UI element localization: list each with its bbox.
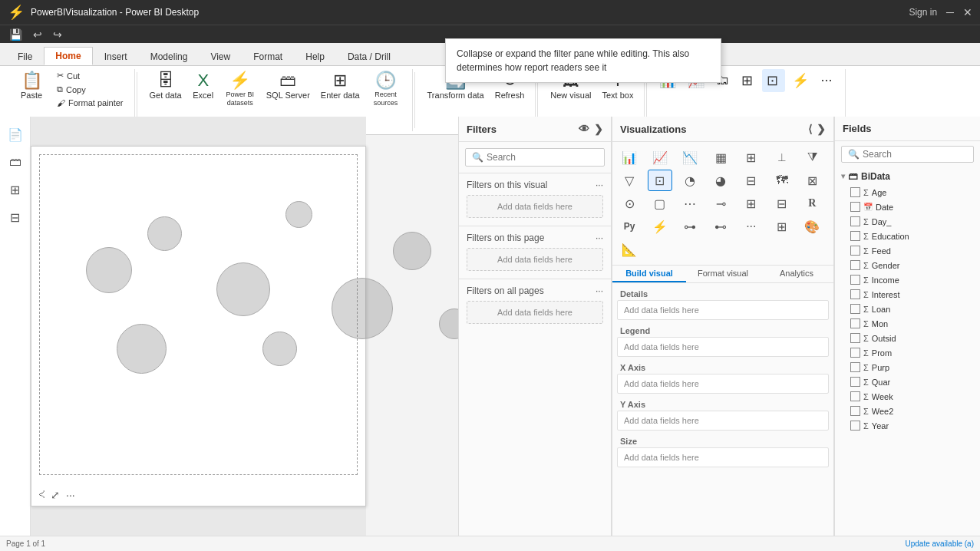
field-gender-checkbox[interactable] bbox=[850, 260, 860, 270]
filled-map-viz-btn[interactable]: ⊠ bbox=[800, 170, 824, 191]
fields-table-bidata[interactable]: ▾ 🗃 BiData bbox=[835, 167, 980, 185]
funnel-viz-btn[interactable]: ▽ bbox=[617, 170, 642, 191]
build-visual-btn[interactable]: ⊞ bbox=[770, 216, 794, 237]
fields-search-input[interactable] bbox=[863, 149, 967, 160]
tab-help[interactable]: Help bbox=[294, 48, 336, 65]
legend-drop-area[interactable]: Add data fields here bbox=[617, 337, 829, 357]
matrix-button[interactable]: ⊞ bbox=[737, 69, 760, 92]
viz-pane-expand-icon[interactable]: ⟨ bbox=[808, 123, 812, 135]
excel-button[interactable]: X Excel bbox=[188, 69, 219, 103]
cut-button[interactable]: ✂ Cut bbox=[52, 69, 128, 82]
sql-server-button[interactable]: 🗃 SQL Server bbox=[262, 69, 315, 103]
format-visual-tab[interactable]: Format visual bbox=[686, 266, 760, 282]
field-quar[interactable]: Σ Quar bbox=[835, 374, 980, 389]
column-viz-btn[interactable]: ▦ bbox=[708, 147, 733, 168]
field-income-checkbox[interactable] bbox=[850, 275, 860, 285]
map-viz-btn[interactable]: 🗺 bbox=[770, 170, 794, 191]
dax-query-view-button[interactable]: ⊟ bbox=[2, 204, 28, 230]
filter-all-drop-area[interactable]: Add data fields here bbox=[467, 301, 603, 324]
filter-all-more-icon[interactable]: ··· bbox=[596, 285, 603, 296]
field-purp[interactable]: Σ Purp bbox=[835, 360, 980, 374]
clustered-bar-viz-btn[interactable]: 📈 bbox=[648, 147, 672, 168]
field-day[interactable]: Σ Day_ bbox=[835, 214, 980, 229]
tab-home[interactable]: Home bbox=[44, 47, 92, 65]
close-button[interactable]: ✕ bbox=[963, 6, 972, 18]
field-interest[interactable]: Σ Interest bbox=[835, 287, 980, 302]
format-painter-button[interactable]: 🖌 Format painter bbox=[52, 97, 128, 109]
copy-button[interactable]: ⧉ Copy bbox=[52, 83, 128, 96]
field-age-checkbox[interactable] bbox=[850, 187, 860, 197]
stacked-bar-h-viz-btn[interactable]: 📉 bbox=[678, 147, 702, 168]
more-visuals-btn[interactable]: ··· bbox=[739, 216, 764, 237]
field-income[interactable]: Σ Income bbox=[835, 272, 980, 287]
smart-narrative-btn[interactable]: ⊷ bbox=[708, 216, 733, 237]
decomp-tree-btn[interactable]: ⊶ bbox=[678, 216, 702, 237]
x-axis-drop-area[interactable]: Add data fields here bbox=[617, 374, 829, 394]
field-loan-checkbox[interactable] bbox=[850, 304, 860, 314]
canvas-page[interactable]: ⧼ ⤢ ··· bbox=[31, 146, 366, 506]
field-outsid-checkbox[interactable] bbox=[850, 333, 860, 343]
field-prom-checkbox[interactable] bbox=[850, 348, 860, 358]
waterfall-viz-btn[interactable]: ⧩ bbox=[800, 147, 824, 168]
pie-viz-btn[interactable]: ◔ bbox=[678, 170, 702, 191]
fields-search-box[interactable]: 🔍 bbox=[841, 146, 974, 163]
field-mon-checkbox[interactable] bbox=[850, 318, 860, 328]
filter-on-visual-header[interactable]: Filters on this visual ··· bbox=[467, 178, 603, 192]
details-drop-area[interactable]: Add data fields here bbox=[617, 300, 829, 320]
field-week-checkbox[interactable] bbox=[850, 391, 860, 401]
viz-pane-more-icon[interactable]: ❯ bbox=[817, 123, 826, 135]
format-visual-btn[interactable]: 🎨 bbox=[800, 216, 824, 237]
field-quar-checkbox[interactable] bbox=[850, 377, 860, 387]
field-loan[interactable]: Σ Loan bbox=[835, 302, 980, 316]
status-update[interactable]: Update available (a) bbox=[906, 539, 975, 548]
field-year-checkbox[interactable] bbox=[850, 421, 860, 431]
model-view-button[interactable]: ⊞ bbox=[2, 177, 28, 203]
field-mon[interactable]: Σ Mon bbox=[835, 316, 980, 331]
y-axis-drop-area[interactable]: Add data fields here bbox=[617, 411, 829, 431]
filter-page-drop-area[interactable]: Add data fields here bbox=[467, 248, 603, 271]
filter-search-box[interactable]: 🔍 bbox=[465, 148, 605, 167]
field-gender[interactable]: Σ Gender bbox=[835, 258, 980, 272]
field-age[interactable]: Σ Age bbox=[835, 185, 980, 200]
field-purp-checkbox[interactable] bbox=[850, 362, 860, 372]
field-day-checkbox[interactable] bbox=[850, 216, 860, 226]
field-education-checkbox[interactable] bbox=[850, 231, 860, 241]
donut-viz-btn[interactable]: ◕ bbox=[708, 170, 733, 191]
field-prom[interactable]: Σ Prom bbox=[835, 345, 980, 360]
scatter-chart-button[interactable]: ⊡ bbox=[762, 69, 785, 92]
tab-insert[interactable]: Insert bbox=[93, 48, 139, 65]
treemap-viz-btn[interactable]: ⊟ bbox=[739, 170, 764, 191]
filter-on-page-header[interactable]: Filters on this page ··· bbox=[467, 231, 603, 245]
report-view-button[interactable]: 📄 bbox=[2, 121, 28, 147]
scatter-viz-btn selected[interactable]: ⊡ bbox=[648, 170, 672, 191]
field-wee2[interactable]: Σ Wee2 bbox=[835, 404, 980, 418]
visual-filter-button[interactable]: ⧼ bbox=[39, 489, 45, 501]
ai-visual-button[interactable]: ⚡ bbox=[787, 69, 813, 92]
tab-file[interactable]: File bbox=[6, 48, 44, 65]
visual-more-button[interactable]: ··· bbox=[66, 489, 75, 501]
filter-visual-drop-area[interactable]: Add data fields here bbox=[467, 195, 603, 218]
filter-visual-more-icon[interactable]: ··· bbox=[596, 180, 603, 190]
filter-page-more-icon[interactable]: ··· bbox=[596, 233, 603, 243]
field-date-checkbox[interactable] bbox=[850, 202, 860, 212]
tab-view[interactable]: View bbox=[199, 48, 242, 65]
kpi-viz-btn[interactable]: ⋯ bbox=[678, 193, 702, 214]
field-wee2-checkbox[interactable] bbox=[850, 406, 860, 416]
paste-button[interactable]: 📋 Paste bbox=[12, 69, 51, 103]
tab-format[interactable]: Format bbox=[242, 48, 294, 65]
r-visual-btn[interactable]: R bbox=[800, 193, 824, 214]
field-interest-checkbox[interactable] bbox=[850, 289, 860, 299]
field-feed[interactable]: Σ Feed bbox=[835, 243, 980, 258]
analytics-tab[interactable]: Analytics bbox=[760, 266, 833, 282]
table-viz-btn[interactable]: ⊞ bbox=[739, 193, 764, 214]
redo-button[interactable]: ↪ bbox=[50, 27, 65, 42]
get-data-button[interactable]: 🗄 Get data bbox=[145, 69, 186, 103]
size-drop-area[interactable]: Add data fields here bbox=[617, 447, 829, 467]
field-year[interactable]: Σ Year bbox=[835, 418, 980, 433]
analytics-btn[interactable]: 📐 bbox=[617, 239, 642, 260]
py-visual-btn[interactable]: Py bbox=[617, 216, 642, 237]
ai-visual-btn[interactable]: ⚡ bbox=[648, 216, 672, 237]
tab-modeling[interactable]: Modeling bbox=[139, 48, 200, 65]
data-view-button[interactable]: 🗃 bbox=[2, 149, 28, 175]
field-date[interactable]: 📅 Date bbox=[835, 200, 980, 214]
